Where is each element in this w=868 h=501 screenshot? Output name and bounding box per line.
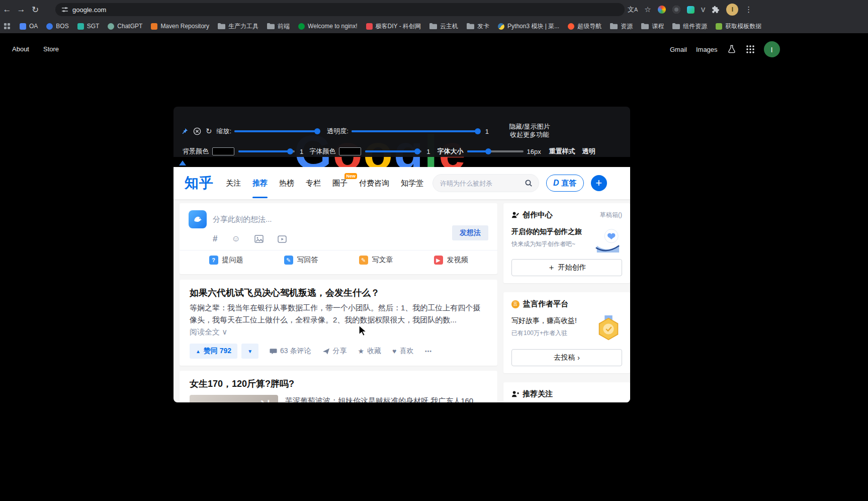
share-button[interactable]: 分享 [322,347,347,356]
zhihu-search-box[interactable] [432,174,539,192]
close-circle-icon[interactable] [193,127,201,135]
bookmark-folder[interactable]: 前端 [267,22,290,31]
bg-color-swatch[interactable] [212,147,234,155]
bookmark-item[interactable]: 获取模板数据 [716,22,761,31]
ask-question-button[interactable]: ?提问题 [189,256,264,265]
collapse-handle-icon[interactable] [179,160,186,165]
bookmark-item[interactable]: Python3 模块 | 菜... [498,22,559,31]
share-input-row[interactable]: 分享此刻的想法... [189,210,488,228]
zoom-label: 缩放: [217,127,232,136]
downvote-button[interactable]: ▼ [241,344,258,359]
browser-profile-avatar[interactable]: I [726,4,738,16]
question-title[interactable]: 如果六代机试飞员决心驾机叛逃，会发生什么？ [190,287,487,299]
medal-illustration [595,315,622,343]
nav-circle[interactable]: 圈子New [332,179,348,188]
more-actions-icon[interactable]: ⋯ [424,347,431,355]
font-size-slider[interactable] [467,148,524,155]
pin-icon[interactable] [181,127,189,135]
hashtag-icon[interactable]: # [213,234,217,244]
extension-colorful-icon[interactable] [658,6,666,14]
submit-story-button[interactable]: 去投稿› [511,349,622,366]
bookmark-item[interactable]: BOS [46,23,68,30]
google-profile-avatar[interactable]: I [764,41,780,57]
transparent-button[interactable]: 透明 [582,147,595,156]
extensions-puzzle-icon[interactable] [712,6,720,14]
collapse-more-button[interactable]: 收起更多功能 [500,131,559,139]
extension-gray-icon[interactable] [672,6,680,14]
bookmark-folder[interactable]: 生产力工具 [218,22,258,31]
bookmarks-bar: OA BOS SGT ChatGPT Maven Repository 生产力工… [0,19,868,33]
emoji-icon[interactable]: ☺ [231,234,240,244]
search-labs-icon[interactable] [727,44,737,54]
bookmark-folder[interactable]: 组件资源 [672,22,707,31]
write-answer-button[interactable]: ✎写回答 [264,256,338,265]
search-icon[interactable] [525,179,533,187]
images-link[interactable]: Images [696,46,718,53]
search-input[interactable] [439,179,525,188]
favorite-button[interactable]: ★收藏 [358,347,382,356]
zoom-slider[interactable] [234,128,320,135]
story-platform-card: 言 盐言作者平台 写好故事，赚高收益! 已有100万+作者入驻 去投稿 [503,292,630,373]
nav-follow[interactable]: 关注 [226,179,241,188]
toggle-images-button[interactable]: 隐藏/显示图片 [500,123,559,131]
site-settings-icon[interactable] [61,6,68,13]
forward-icon[interactable]: → [14,5,28,15]
write-article-button[interactable]: ✎写文章 [338,256,413,265]
bg-color-slider[interactable] [238,148,295,155]
image-icon[interactable] [254,235,264,243]
zhida-button[interactable]: D 直答 [546,175,584,192]
back-icon[interactable]: ← [0,5,14,15]
nav-recommend[interactable]: 推荐 [252,179,268,188]
google-apps-grid-icon[interactable] [746,45,755,54]
comments-button[interactable]: 63 条评论 [270,347,311,356]
bookmark-item[interactable]: 超级导航 [568,22,601,31]
bookmark-item[interactable]: SGT [77,23,100,30]
create-plus-button[interactable]: + [591,175,607,191]
post-video-button[interactable]: ▶发视频 [413,256,488,265]
opacity-label: 透明度: [327,127,349,136]
start-creating-button[interactable]: ＋开始创作 [511,259,622,276]
creator-icon [511,211,519,219]
translate-icon[interactable]: 文A [628,5,638,14]
opacity-slider[interactable] [352,128,480,135]
upvote-button[interactable]: ▲赞同 792 [190,344,237,359]
google-store-link[interactable]: Store [43,45,59,53]
font-color-slider[interactable] [365,148,421,155]
drafts-link[interactable]: 草稿箱() [600,211,622,219]
question-title[interactable]: 女生170，120斤算?胖吗? [190,378,487,390]
bookmark-folder[interactable]: 云主机 [429,22,458,31]
reload-icon[interactable]: ↻ [28,5,42,15]
video-icon[interactable] [278,235,287,243]
bookmark-item[interactable]: OA [20,23,38,30]
gmail-link[interactable]: Gmail [670,46,687,53]
post-idea-button[interactable]: 发想法 [452,225,488,240]
bookmark-folder[interactable]: 资源 [610,22,633,31]
font-color-swatch[interactable] [339,147,361,155]
favicon [498,23,504,30]
nav-paid-consult[interactable]: 付费咨询 [359,179,389,188]
extension-app-icon[interactable] [687,6,695,14]
bookmark-star-icon[interactable]: ☆ [644,5,651,14]
reset-style-button[interactable]: 重置样式 [549,147,575,156]
bookmark-item[interactable]: ChatGPT [108,23,142,30]
nav-hot[interactable]: 热榜 [279,179,294,188]
like-button[interactable]: ♥喜欢 [392,347,413,356]
read-more-link[interactable]: 阅读全文 ∨ [190,327,227,336]
bookmark-folder[interactable]: 课程 [641,22,664,31]
nav-zhixuetang[interactable]: 知学堂 [401,179,423,188]
extension-v-icon[interactable]: V [701,6,706,14]
bookmark-item[interactable]: 极客DIY - 科创网 [366,22,421,31]
bookmark-item[interactable]: Welcome to nginx! [298,23,358,30]
favicon [20,23,26,30]
zhihu-logo[interactable]: 知乎 [185,174,214,193]
google-about-link[interactable]: About [12,45,29,53]
apps-grid-icon[interactable] [4,23,10,29]
nav-column[interactable]: 专栏 [306,179,321,188]
browser-menu-icon[interactable]: ⋮ [745,5,752,14]
refresh-icon[interactable]: ↻ [206,127,212,136]
bookmark-folder[interactable]: 发卡 [467,22,489,31]
share-placeholder[interactable]: 分享此刻的想法... [213,215,272,224]
address-bar[interactable]: google.com [55,3,625,16]
answer-thumbnail[interactable]: 波 [190,395,278,402]
bookmark-item[interactable]: Maven Repository [151,23,209,30]
